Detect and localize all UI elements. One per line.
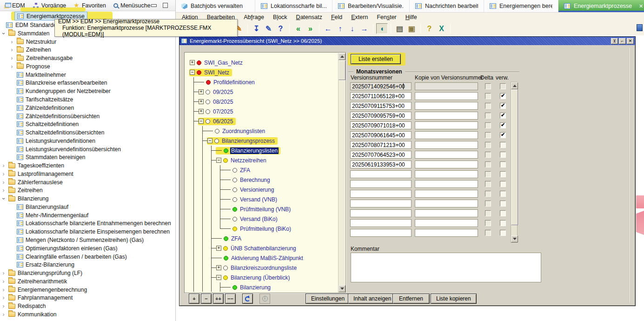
sidebar-item-leistungskurvendefinitionen[interactable]: Leistungskurvendefinitionen bbox=[0, 137, 174, 145]
verw-checkbox[interactable] bbox=[500, 210, 506, 216]
sidebar-item-schaltzeitdefinitionsübersichten[interactable]: Schaltzeitdefinitionsübersichten bbox=[0, 128, 174, 137]
chevron-right-icon[interactable]: › bbox=[9, 47, 14, 52]
minimize-icon[interactable]: ⊻ bbox=[611, 38, 618, 44]
tree-node-07-2025[interactable]: +07/2025 bbox=[189, 107, 337, 116]
expand-node-button[interactable]: + bbox=[189, 294, 199, 304]
einstellungen-button[interactable]: Einstellungen bbox=[305, 294, 350, 304]
expand-icon[interactable]: + bbox=[216, 246, 221, 251]
chevron-right-icon[interactable]: › bbox=[1, 279, 6, 284]
tree-node-zfa[interactable]: ZFA bbox=[189, 234, 337, 243]
chevron-right-icon[interactable]: › bbox=[1, 172, 6, 176]
delta-checkbox[interactable] bbox=[485, 93, 491, 99]
sidebar-item-edm-standard[interactable]: EDM Standardo bbox=[6, 21, 57, 29]
expand-icon[interactable]: + bbox=[199, 89, 204, 94]
menu-block[interactable]: Block bbox=[273, 14, 287, 20]
tree-node-bilanzierungsprozess[interactable]: −Bilanzierungsprozess bbox=[189, 136, 337, 146]
sidebar-item-netzstruktur[interactable]: ›Netzstruktur bbox=[0, 38, 174, 46]
scrollbar-thumb[interactable] bbox=[339, 60, 345, 80]
verw-checkbox[interactable] bbox=[500, 191, 506, 197]
help-icon[interactable]: ? bbox=[275, 23, 286, 34]
collapse-all-button[interactable]: −− bbox=[225, 294, 236, 304]
sidebar-item-mehr-mindermengenlauf[interactable]: Mehr-/Mindermengenlauf bbox=[0, 211, 174, 220]
version-number-input[interactable] bbox=[350, 151, 412, 159]
chevron-down-icon[interactable]: › bbox=[1, 31, 6, 36]
inhalt-anzeigen-button[interactable]: Inhalt anzeigen bbox=[348, 294, 397, 304]
window-restore-icon[interactable] bbox=[637, 24, 643, 31]
chevron-right-icon[interactable]: › bbox=[9, 64, 14, 69]
delta-checkbox[interactable] bbox=[485, 83, 491, 89]
sidebar-item-bilanzierungslauf[interactable]: Bilanzierungslauf bbox=[0, 203, 174, 211]
forms-window-icon[interactable]: ◖ bbox=[376, 23, 388, 34]
delta-checkbox[interactable] bbox=[485, 210, 491, 216]
table-scrollbar[interactable] bbox=[511, 82, 518, 243]
tab-batchjobs-verwalten[interactable]: Batchjobs verwalten bbox=[176, 0, 255, 12]
entfernen-button[interactable]: Entfernen bbox=[392, 294, 430, 304]
version-number-input[interactable] bbox=[350, 229, 412, 237]
chevron-right-icon[interactable]: › bbox=[1, 295, 6, 300]
sidebar-item-optimierungsfaktoren-einlesen-gas[interactable]: Optimierungsfaktoren einlesen (Gas) bbox=[0, 244, 174, 253]
tab-energiemengen-bere[interactable]: Energiemengen bere... bbox=[484, 0, 558, 12]
copy-version-input[interactable] bbox=[415, 92, 478, 100]
copy-version-input[interactable] bbox=[415, 170, 478, 178]
menu-hilfe[interactable]: Hilfe bbox=[405, 14, 417, 20]
sidebar-item-zählzeitdefinitionen[interactable]: Zählzeitdefinitionen bbox=[0, 104, 174, 112]
version-number-input[interactable] bbox=[350, 219, 412, 227]
copy-version-input[interactable] bbox=[415, 82, 478, 90]
scroll-up-icon[interactable] bbox=[511, 82, 518, 89]
sidebar-item-lastprofilmanagement[interactable]: ›Lastprofilmanagement bbox=[0, 170, 174, 178]
version-number-input[interactable] bbox=[350, 209, 412, 217]
version-number-input[interactable] bbox=[350, 92, 412, 100]
version-number-input[interactable] bbox=[350, 131, 412, 139]
tree-node-bilanzierungslisten[interactable]: Bilanzierungslisten bbox=[189, 146, 337, 155]
delta-checkbox[interactable] bbox=[485, 181, 491, 187]
verw-checkbox[interactable] bbox=[500, 181, 506, 187]
tree-node-08-2025[interactable]: +08/2025 bbox=[189, 97, 337, 107]
tab-bearbeiten-visualisie[interactable]: Bearbeiten/Visualisie... bbox=[332, 0, 410, 12]
chevron-right-icon[interactable]: › bbox=[9, 40, 14, 44]
delta-checkbox[interactable] bbox=[485, 152, 491, 158]
copy-version-input[interactable] bbox=[415, 121, 478, 129]
sidebar-item-lokationsscharfe-bilanzierte-entnahmemengen-bere[interactable]: Lokationsscharfe bilanzierte Entnahmemen… bbox=[0, 220, 174, 228]
tree-node-zuordnungslisten[interactable]: Zuordnungslisten bbox=[189, 126, 337, 136]
down-record-icon[interactable]: ↓ bbox=[346, 23, 358, 34]
launcher-menu-menüsuche[interactable]: Menüsuche bbox=[113, 2, 151, 9]
scrollbar-thumb[interactable] bbox=[511, 89, 518, 225]
sidebar-item-zeitreihen[interactable]: ›Zeitreihen bbox=[0, 46, 174, 54]
tree-node-bilanzkreiszuordnungsliste[interactable]: +Bilanzkreiszuordnungsliste bbox=[189, 263, 337, 273]
delta-checkbox[interactable] bbox=[485, 142, 491, 148]
sidebar-item-zeitreihenausgabe[interactable]: ›Zeitreihenausgabe bbox=[0, 54, 174, 62]
collapse-icon[interactable]: − bbox=[207, 138, 212, 143]
scroll-up-icon[interactable] bbox=[339, 53, 345, 60]
edit-icon[interactable]: ✎ bbox=[263, 23, 274, 34]
menu-extern[interactable]: Extern bbox=[351, 14, 368, 20]
copy-version-input[interactable] bbox=[415, 219, 478, 227]
delta-checkbox[interactable] bbox=[485, 103, 491, 109]
tree-node-netzzeitreihen[interactable]: −Netzzeitreihen bbox=[189, 155, 337, 165]
tree-node-berechnung[interactable]: Berechnung bbox=[189, 175, 337, 185]
verw-checkbox[interactable] bbox=[500, 230, 506, 236]
tab-lokationsscharfe-bil[interactable]: Lokationsscharfe bil... bbox=[255, 0, 332, 12]
sidebar-item-tageskoeffizienten[interactable]: ›Tageskoeffizienten bbox=[0, 161, 174, 170]
tree-node-versand-biko[interactable]: Versand (BiKo) bbox=[189, 214, 337, 224]
query-count-icon[interactable]: ? bbox=[424, 23, 435, 34]
sidebar-item-energiemengenberechnung[interactable]: ›Energiemengenberechnung bbox=[0, 286, 174, 294]
chevron-right-icon[interactable]: › bbox=[1, 312, 6, 317]
tree-node-zfa[interactable]: ZFA bbox=[189, 165, 337, 175]
verw-checkbox[interactable] bbox=[500, 161, 506, 167]
refresh-button[interactable] bbox=[242, 294, 253, 304]
tree-node-swi-gas-netz[interactable]: +SWI_Gas_Netz bbox=[189, 58, 337, 67]
version-number-input[interactable] bbox=[350, 102, 412, 110]
verw-checkbox[interactable] bbox=[500, 113, 506, 119]
tree-node-profildefinitionen[interactable]: Profildefinitionen bbox=[189, 77, 337, 87]
chevron-right-icon[interactable]: › bbox=[1, 271, 6, 275]
sidebar-item-lokationsscharfe-bilanzierte-einspeisemengen-ber[interactable]: Lokationsscharfe bilanzierte Einspeiseme… bbox=[0, 227, 174, 236]
copy-version-input[interactable] bbox=[415, 141, 478, 149]
chevron-right-icon[interactable]: › bbox=[1, 180, 6, 185]
collapse-node-button[interactable]: − bbox=[201, 294, 212, 304]
paste-icon[interactable]: ▣ bbox=[406, 23, 418, 34]
delta-checkbox[interactable] bbox=[485, 161, 491, 167]
tree-node-swi-netz[interactable]: −SWI_Netz bbox=[189, 67, 337, 77]
liste-kopieren-button[interactable]: Liste kopieren bbox=[431, 294, 477, 304]
expand-icon[interactable]: + bbox=[199, 99, 204, 104]
sidebar-item-zählerfernauslese[interactable]: ›Zählerfernauslese bbox=[0, 178, 174, 187]
